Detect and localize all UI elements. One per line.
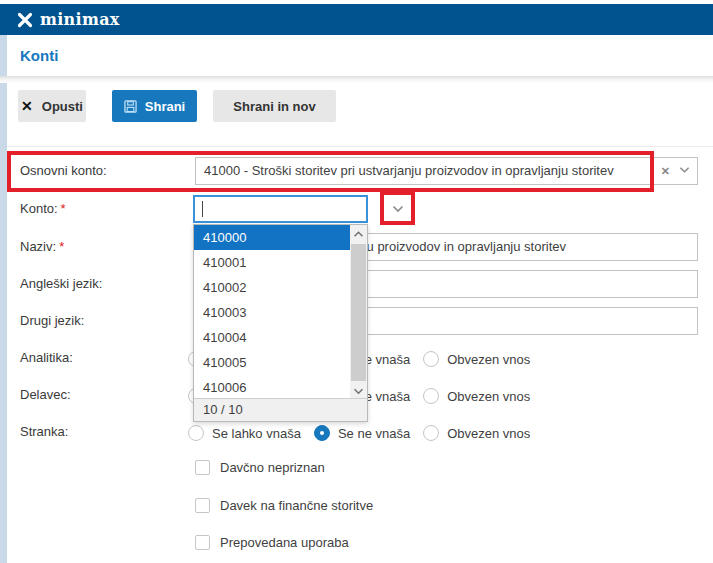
cancel-x-icon: ✕ (21, 98, 33, 114)
checkbox-davcno-nepriznan[interactable] (195, 460, 210, 475)
checkbox-label-prepovedana-uporaba: Prepovedana uporaba (220, 535, 349, 550)
radio-button-icon[interactable] (423, 388, 439, 404)
analitika-label: Analitika: (20, 349, 73, 367)
dropdown-option-410006[interactable]: 410006 (194, 375, 350, 400)
radio-option-label: Se lahko vnaša (212, 426, 301, 441)
shrani-button[interactable]: Shrani (112, 90, 197, 122)
dropdown-option-410003[interactable]: 410003 (194, 300, 350, 325)
angleski-jezik-label-text: Angleški jezik: (20, 276, 102, 291)
konto-input[interactable] (193, 195, 368, 223)
radio-option-label: Se ne vnaša (338, 426, 410, 441)
dropdown-option-410000[interactable]: 410000 (194, 225, 350, 250)
chevron-down-icon[interactable] (679, 166, 690, 174)
required-asterisk: * (61, 201, 66, 216)
dropdown-scrollbar[interactable] (350, 225, 367, 400)
scrollbar-thumb[interactable] (351, 244, 366, 381)
radio-option-label: Obvezen vnos (447, 352, 530, 367)
radio-option-label: Obvezen vnos (447, 389, 530, 404)
shrani-in-nov-button[interactable]: Shrani in nov (213, 90, 336, 122)
form-divider (7, 146, 713, 147)
dropdown-option-410001[interactable]: 410001 (194, 250, 350, 275)
osnovni-konto-label-text: Osnovni konto: (20, 163, 107, 178)
checkbox-prepovedana-uporaba[interactable] (195, 535, 210, 550)
radio-button-icon[interactable] (314, 425, 330, 441)
required-asterisk: * (59, 239, 64, 254)
app-logo-text: minimax (40, 10, 120, 29)
radio-option-label: Obvezen vnos (447, 426, 530, 441)
dropdown-option-410005[interactable]: 410005 (194, 350, 350, 375)
app-header: minimax (0, 4, 713, 35)
left-edge-strip (0, 35, 7, 563)
shrani-button-label: Shrani (145, 99, 185, 114)
text-cursor (202, 201, 203, 217)
delavec-label: Delavec: (20, 386, 71, 404)
naziv-label-text: Naziv: (20, 239, 56, 254)
opusti-button-label: Opusti (42, 99, 83, 114)
stranka-radio-group: Se lahko vnašaSe ne vnašaObvezen vnos (188, 424, 530, 442)
title-row: Konti (7, 35, 713, 76)
konto-label-text: Konto: (20, 201, 58, 216)
drugi-jezik-label: Drugi jezik: (20, 307, 84, 335)
naziv-label: Naziv:* (20, 233, 64, 261)
radio-button-icon[interactable] (423, 425, 439, 441)
osnovni-konto-label: Osnovni konto: (20, 157, 107, 185)
stranka-label: Stranka: (20, 423, 68, 441)
scroll-up-icon[interactable] (350, 225, 367, 243)
checkbox-row-davek-na-financne-storitve[interactable]: Davek na finančne storitve (195, 497, 373, 513)
radio-option-se-ne-vna-a[interactable]: Se ne vnaša (314, 425, 410, 441)
radio-option-obvezen-vnos[interactable]: Obvezen vnos (423, 388, 530, 404)
konto-dropdown-list: 4100004100014100024100034100044100054100… (194, 225, 350, 400)
checkbox-label-davcno-nepriznan: Davčno nepriznan (220, 460, 325, 475)
stranka-label-text: Stranka: (20, 424, 68, 439)
konto-label: Konto:* (20, 195, 66, 223)
radio-option-obvezen-vnos[interactable]: Obvezen vnos (423, 425, 530, 441)
osnovni-konto-combobox[interactable]: 41000 - Stroški storitev pri ustvarjanju… (195, 157, 698, 185)
osnovni-konto-value: 41000 - Stroški storitev pri ustvarjanju… (204, 158, 614, 184)
konto-dropdown-toggle-button[interactable] (384, 196, 411, 221)
checkbox-row-davcno-nepriznan[interactable]: Davčno nepriznan (195, 459, 325, 475)
dropdown-option-410002[interactable]: 410002 (194, 275, 350, 300)
clear-selection-icon[interactable]: ✕ (661, 158, 670, 184)
chevron-down-icon (392, 205, 404, 213)
checkbox-davek-na-financne-storitve[interactable] (195, 498, 210, 513)
angleski-jezik-label: Angleški jezik: (20, 270, 102, 298)
radio-option-obvezen-vnos[interactable]: Obvezen vnos (423, 351, 530, 367)
title-divider (0, 76, 713, 83)
radio-button-icon[interactable] (423, 351, 439, 367)
minimax-logo-icon (17, 12, 33, 28)
opusti-button[interactable]: ✕ Opusti (18, 90, 86, 122)
page-title[interactable]: Konti (20, 35, 58, 76)
save-floppy-icon (124, 100, 137, 113)
radio-option-se-lahko-vna-a[interactable]: Se lahko vnaša (188, 425, 301, 441)
konto-dropdown-panel: 4100004100014100024100034100044100054100… (193, 224, 368, 422)
checkbox-row-prepovedana-uporaba[interactable]: Prepovedana uporaba (195, 534, 349, 550)
radio-button-icon[interactable] (188, 425, 204, 441)
dropdown-option-410004[interactable]: 410004 (194, 325, 350, 350)
dropdown-result-count: 10 / 10 (194, 398, 367, 421)
analitika-label-text: Analitika: (20, 350, 73, 365)
shrani-in-nov-button-label: Shrani in nov (233, 99, 315, 114)
minimax-app-window: minimax Konti ✕ Opusti Shrani Shrani in … (0, 0, 713, 563)
delavec-label-text: Delavec: (20, 387, 71, 402)
drugi-jezik-label-text: Drugi jezik: (20, 313, 84, 328)
checkbox-label-davek-na-financne-storitve: Davek na finančne storitve (220, 498, 373, 513)
